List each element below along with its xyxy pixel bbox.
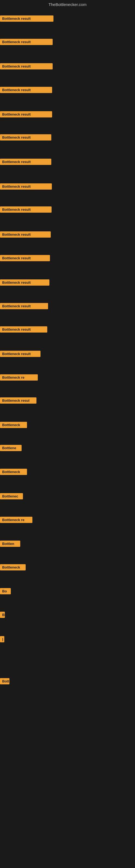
bottleneck-badge-18: Bottlene <box>0 445 21 451</box>
bottleneck-badge-23: Bottleneck <box>0 564 26 570</box>
bottleneck-badge-13: Bottleneck result <box>0 326 47 333</box>
bottleneck-badge-19: Bottleneck <box>0 469 27 475</box>
bottleneck-badge-3: Bottleneck result <box>0 87 52 93</box>
bottleneck-badge-20: Bottlenec <box>0 493 23 499</box>
site-title: TheBottlenecker.com <box>49 2 87 7</box>
bottleneck-badge-1: Bottleneck result <box>0 39 53 45</box>
bottleneck-badge-11: Bottleneck result <box>0 279 49 286</box>
bottleneck-badge-25: B <box>0 612 5 618</box>
bottleneck-badge-10: Bottleneck result <box>0 255 50 261</box>
bottleneck-badge-8: Bottleneck result <box>0 207 52 213</box>
bottleneck-badge-26: | <box>0 636 4 642</box>
bottleneck-badge-5: Bottleneck result <box>0 134 51 141</box>
bottleneck-badge-4: Bottleneck result <box>0 111 52 118</box>
bottleneck-badge-16: Bottleneck resul <box>0 397 37 404</box>
bottleneck-badge-21: Bottleneck re <box>0 517 32 523</box>
bottleneck-badge-17: Bottleneck <box>0 422 27 428</box>
bottleneck-badge-24: Bo <box>0 588 11 594</box>
bottleneck-badge-6: Bottleneck result <box>0 159 51 165</box>
bottleneck-badge-2: Bottleneck result <box>0 63 53 69</box>
bottleneck-badge-27: Bott <box>0 678 9 684</box>
bottleneck-badge-9: Bottleneck result <box>0 231 51 238</box>
bottleneck-badge-0: Bottleneck result <box>0 16 53 22</box>
bottleneck-badge-7: Bottleneck result <box>0 183 52 190</box>
bottleneck-badge-15: Bottleneck re <box>0 374 38 380</box>
bottleneck-badge-14: Bottleneck result <box>0 351 41 357</box>
bottleneck-badge-22: Bottlen <box>0 540 20 547</box>
bottleneck-badge-12: Bottleneck result <box>0 303 48 309</box>
